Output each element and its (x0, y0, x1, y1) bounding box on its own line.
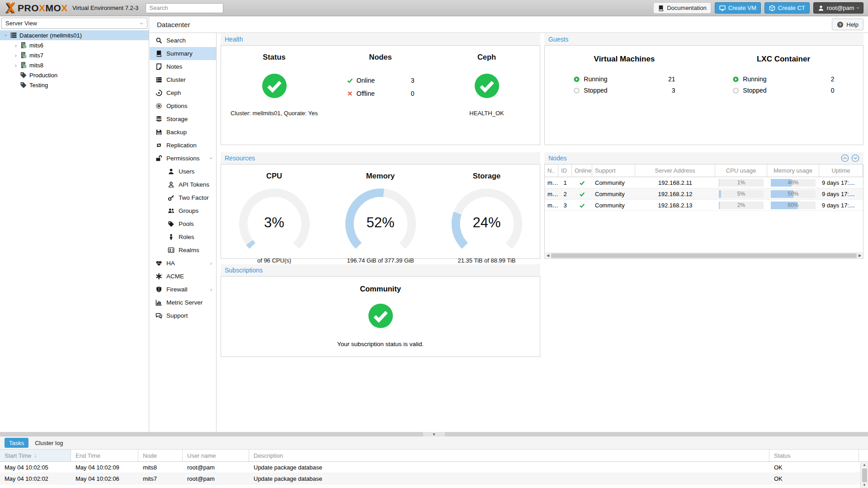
proxmox-logo-icon (5, 2, 17, 14)
replication-icon (156, 142, 162, 149)
tasks-table: Start Time↓ End Time Node User name Desc… (0, 449, 868, 488)
col-uptime[interactable]: Uptime (819, 164, 863, 177)
col-node[interactable]: Node (138, 450, 183, 461)
caret-collapsed-icon[interactable]: › (13, 42, 19, 49)
cube-icon (769, 5, 775, 11)
sidebar-item-storage[interactable]: Storage (150, 113, 216, 126)
horizontal-scrollbar[interactable]: ◀ ▶ (545, 253, 863, 258)
svg-text:?: ? (839, 22, 842, 27)
status-heading: Status (221, 53, 327, 61)
sidebar-item-replication[interactable]: Replication (150, 139, 216, 152)
documentation-button[interactable]: Documentation (653, 2, 711, 14)
sidebar-item-summary[interactable]: Summary (150, 47, 216, 60)
col-user-name[interactable]: User name (183, 450, 249, 461)
col-online[interactable]: Online (572, 164, 592, 177)
subscription-message: Your subscription status is valid. (221, 341, 540, 347)
sidebar-item-search[interactable]: Search (150, 34, 216, 47)
task-row[interactable]: May 04 10:02:05 May 04 10:02:09 mits8 ro… (0, 462, 868, 473)
user-menu-button[interactable]: root@pam › (813, 2, 863, 14)
col-status[interactable]: Status (769, 450, 859, 461)
node-row[interactable]: m… 1 Community 192.168.2.11 1% 46% 9 day… (545, 177, 863, 188)
gear-icon (156, 103, 162, 109)
col-name[interactable]: N.. (545, 164, 558, 177)
sidebar-item-support[interactable]: Support (150, 309, 216, 322)
col-server-address[interactable]: Server Address (635, 164, 715, 177)
create-vm-button[interactable]: Create VM (715, 2, 761, 14)
scroll-up-icon[interactable]: ▲ (863, 462, 866, 468)
splitter-grip[interactable]: ▼ (423, 432, 445, 436)
check-icon (579, 180, 585, 186)
sidebar-item-groups[interactable]: Groups (150, 204, 216, 217)
tree-item-mits8[interactable]: › mits8 (0, 60, 149, 70)
sidebar-item-roles[interactable]: Roles (150, 230, 216, 244)
heart-icon (156, 260, 162, 267)
sidebar-item-cluster[interactable]: Cluster (150, 73, 216, 86)
ceph-status-text: HEALTH_OK (434, 110, 540, 117)
fold-down-icon[interactable] (851, 154, 859, 162)
scrollbar-thumb[interactable] (862, 469, 867, 482)
lxc-running-row: Running 2 (732, 75, 834, 83)
tab-cluster-log[interactable]: Cluster log (35, 440, 63, 446)
help-button[interactable]: ? Help (832, 19, 863, 30)
tree-item-datacenter[interactable]: › Datacenter (mellmits01) (0, 30, 149, 40)
scroll-down-icon[interactable]: ▼ (863, 483, 866, 488)
vertical-scrollbar[interactable]: ▲ ▼ (860, 462, 868, 488)
offline-count: 0 (411, 90, 415, 97)
sidebar-item-ha[interactable]: HA› (150, 257, 216, 270)
sidebar-item-api-tokens[interactable]: API Tokens (150, 178, 216, 191)
storage-gauge: 24% (447, 188, 527, 256)
floppy-icon (156, 129, 162, 136)
server-icon (10, 32, 17, 39)
lxc-stopped-row: Stopped 0 (732, 87, 834, 94)
sidebar-item-backup[interactable]: Backup (150, 126, 216, 139)
lxc-column: LXC Container Running 2 Stopped 0 (704, 46, 863, 145)
sidebar-item-permissions[interactable]: Permissions› (150, 152, 216, 165)
tab-tasks[interactable]: Tasks (5, 438, 28, 448)
col-support[interactable]: Support (592, 164, 635, 177)
col-cpu-usage[interactable]: CPU usage (715, 164, 767, 177)
scroll-left-icon[interactable]: ◀ (545, 253, 551, 258)
col-description[interactable]: Description (249, 450, 769, 461)
tree-item-production[interactable]: Production (0, 70, 149, 80)
resources-panel-title: Resources (221, 152, 540, 164)
node-row[interactable]: m… 3 Community 192.168.2.13 2% 60% 9 day… (545, 200, 863, 211)
memory-percent: 52% (340, 215, 421, 231)
book-icon (156, 50, 162, 57)
caret-collapsed-icon[interactable]: › (13, 62, 19, 69)
sidebar-item-firewall[interactable]: Firewall› (150, 283, 216, 296)
sidebar-item-two-factor[interactable]: Two Factor (150, 191, 216, 204)
view-selector-dropdown[interactable]: Server View › (1, 18, 147, 29)
col-end-time[interactable]: End Time (71, 450, 138, 461)
version-text: Virtual Environment 7.2-3 (72, 5, 138, 11)
scroll-right-icon[interactable]: ▶ (857, 253, 863, 258)
sidebar-item-options[interactable]: Options (150, 99, 216, 113)
col-memory-usage[interactable]: Memory usage (767, 164, 819, 177)
tree-item-mits6[interactable]: › mits6 (0, 40, 149, 50)
sidebar-item-metric-server[interactable]: Metric Server (150, 296, 216, 309)
horizontal-splitter[interactable]: ▼ (0, 432, 868, 436)
sidebar-item-acme[interactable]: ACME (150, 270, 216, 283)
sort-desc-icon: ↓ (34, 452, 37, 459)
col-start-time[interactable]: Start Time↓ (0, 450, 71, 461)
caret-expanded-icon[interactable]: › (3, 32, 9, 38)
col-id[interactable]: ID (558, 164, 572, 177)
sidebar-item-users[interactable]: Users (150, 165, 216, 178)
sidebar-item-ceph[interactable]: Ceph (150, 86, 216, 99)
node-icon (20, 52, 27, 59)
unlock-icon (156, 155, 162, 162)
global-search-input[interactable] (146, 3, 223, 13)
memory-heading: Memory (327, 172, 434, 180)
node-icon (20, 42, 27, 49)
sidebar-item-realms[interactable]: Realms (150, 244, 216, 257)
tree-item-testing[interactable]: Testing (0, 80, 149, 90)
sidebar-item-pools[interactable]: Pools (150, 217, 216, 230)
scrollbar-thumb[interactable] (551, 253, 857, 258)
node-row[interactable]: m… 2 Community 192.168.2.12 5% 50% 9 day… (545, 188, 863, 200)
create-ct-button[interactable]: Create CT (764, 2, 810, 14)
guests-panel: Guests Virtual Machines Running 21 Stopp… (544, 33, 863, 145)
sidebar-item-notes[interactable]: Notes (150, 60, 216, 73)
tree-item-mits7[interactable]: › mits7 (0, 50, 149, 60)
task-row[interactable]: May 04 10:02:02 May 04 10:02:06 mits7 ro… (0, 473, 868, 484)
caret-collapsed-icon[interactable]: › (13, 52, 19, 59)
fold-up-icon[interactable] (841, 154, 849, 162)
